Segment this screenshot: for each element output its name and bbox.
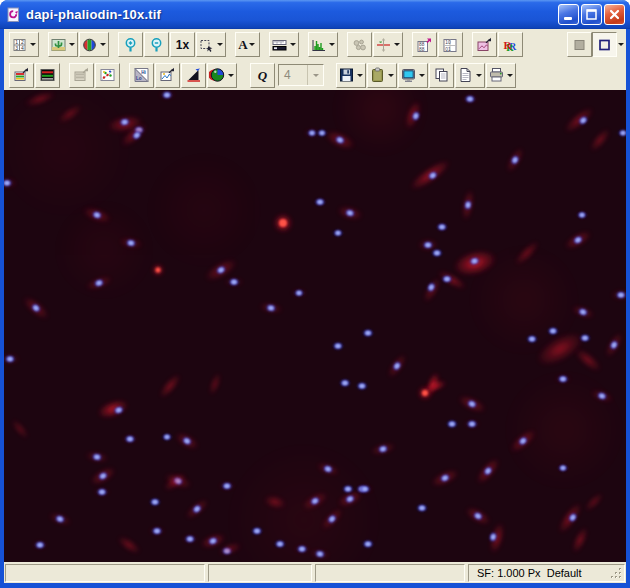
quality-combo-button (307, 65, 323, 85)
app-window: dapi-phaliodin-10x.tif 1 2 3 4 (0, 0, 630, 588)
zoom-in-icon (122, 37, 139, 53)
workspace-panel-button[interactable] (567, 32, 592, 57)
filled-square-icon (571, 37, 588, 53)
clipboard-button[interactable] (367, 63, 397, 88)
color-globe-icon (209, 67, 226, 83)
window-frame-button[interactable] (592, 32, 617, 57)
measure-button[interactable] (269, 32, 299, 57)
dropdown-arrow-icon[interactable] (98, 33, 107, 56)
text-tool-label: A (238, 38, 247, 51)
document-icon (457, 67, 474, 83)
dropdown-arrow-icon[interactable] (67, 33, 76, 56)
minimize-button[interactable] (558, 4, 579, 25)
status-panel-1 (5, 564, 205, 582)
resize-grip[interactable] (610, 567, 623, 580)
svg-text:Hi: Hi (141, 70, 146, 75)
zoom-1x-button[interactable]: 1x (170, 32, 195, 57)
scatter-plot-icon (99, 67, 116, 83)
binary-grid-icon: 10 01 (442, 37, 459, 53)
toolbar-row-2: Hi Lo (4, 59, 626, 90)
outline-square-icon (596, 37, 613, 53)
status-panel-info: SF: 1.000 Px Default (468, 564, 625, 582)
dropdown-arrow-icon[interactable] (288, 33, 297, 56)
maximize-button[interactable] (581, 4, 602, 25)
zoom-out-button[interactable] (144, 32, 169, 57)
hilo-display-button[interactable]: Hi Lo (129, 63, 154, 88)
copy-button[interactable] (429, 63, 454, 88)
rgb-channels-button[interactable]: R R R (498, 32, 523, 57)
quality-button[interactable]: Q (250, 63, 275, 88)
print-button[interactable] (486, 63, 516, 88)
frame-grid-icon: 1 2 3 4 (11, 37, 28, 53)
dropdown-arrow-icon[interactable] (226, 64, 235, 87)
window-title: dapi-phaliodin-10x.tif (26, 7, 556, 22)
svg-text:01: 01 (445, 46, 451, 51)
close-button[interactable] (604, 4, 625, 25)
scatter-plot-button[interactable] (95, 63, 120, 88)
rgb-letters-icon: R R R (502, 37, 519, 53)
dropdown-arrow-icon (311, 65, 320, 85)
ruler-icon (271, 37, 288, 53)
dropdown-arrow-icon[interactable] (417, 64, 426, 87)
image-arrow-icon (159, 67, 176, 83)
titlebar[interactable]: dapi-phaliodin-10x.tif (0, 0, 630, 29)
dropdown-arrow-icon[interactable] (215, 33, 224, 56)
close-icon (606, 6, 623, 23)
color-mode-button[interactable] (79, 32, 109, 57)
lut-image-gray-icon (73, 67, 90, 83)
zoom-in-button[interactable] (118, 32, 143, 57)
roi-select-button[interactable] (196, 32, 226, 57)
svg-text:R: R (504, 39, 513, 51)
dropdown-arrow-icon[interactable] (386, 64, 395, 87)
text-annotation-button[interactable]: A (235, 32, 260, 57)
calibration-axes-button[interactable] (373, 32, 403, 57)
dropdown-arrow-icon[interactable] (618, 32, 626, 57)
micrograph-image[interactable] (4, 90, 626, 562)
save-button[interactable] (336, 63, 366, 88)
zoom-1x-label: 1x (176, 39, 189, 51)
image-thumbnail-icon (50, 37, 67, 53)
dropdown-arrow-icon[interactable] (505, 64, 514, 87)
particles-icon (351, 37, 368, 53)
svg-text:Lo: Lo (136, 76, 142, 81)
svg-text:10: 10 (445, 40, 451, 45)
apply-lut-button[interactable] (9, 63, 34, 88)
minimize-icon (560, 6, 577, 23)
count-particles-button (347, 32, 372, 57)
counter-export-button[interactable]: 88 88 (412, 32, 437, 57)
display-monitor-button[interactable] (398, 63, 428, 88)
report-button[interactable] (455, 63, 485, 88)
open-image-button[interactable] (48, 32, 78, 57)
display-range-button[interactable] (35, 63, 60, 88)
frame-select-button[interactable]: 1 2 3 4 (9, 32, 39, 57)
quality-combo-value: 4 (279, 68, 307, 82)
svg-text:4: 4 (21, 44, 24, 50)
quality-label: Q (258, 69, 267, 82)
range-bars-icon (39, 67, 56, 83)
crosshair-axes-icon (375, 37, 392, 53)
svg-text:3: 3 (15, 44, 18, 50)
quality-combo: 4 (278, 64, 324, 86)
image-adjust-button[interactable] (155, 63, 180, 88)
dropdown-arrow-icon[interactable] (474, 64, 483, 87)
app-icon[interactable] (6, 7, 22, 23)
dropdown-arrow-icon[interactable] (248, 33, 257, 56)
toolbar-row-1: 1 2 3 4 (4, 29, 626, 59)
lut-globe-button[interactable] (207, 63, 237, 88)
dropdown-arrow-icon[interactable] (28, 33, 37, 56)
hi-lo-icon: Hi Lo (133, 67, 150, 83)
dropdown-arrow-icon[interactable] (327, 33, 336, 56)
status-panel-3 (315, 564, 465, 582)
color-wheel-icon (81, 37, 98, 53)
status-panel-2 (208, 564, 312, 582)
digits-export-icon: 88 88 (416, 37, 433, 53)
pseudocolor-button[interactable] (472, 32, 497, 57)
roi-rectangle-icon (198, 37, 215, 53)
dropdown-arrow-icon[interactable] (392, 33, 401, 56)
dropdown-arrow-icon[interactable] (355, 64, 364, 87)
binary-mask-button[interactable]: 10 01 (438, 32, 463, 57)
histogram-button[interactable] (308, 32, 338, 57)
contrast-button[interactable] (181, 63, 206, 88)
zoom-out-icon (148, 37, 165, 53)
scale-factor-text: SF: 1.000 Px Default (477, 567, 582, 579)
